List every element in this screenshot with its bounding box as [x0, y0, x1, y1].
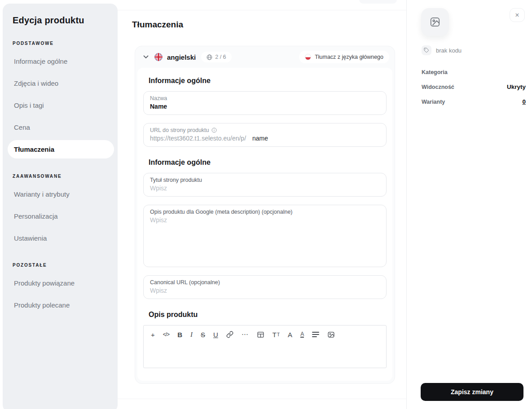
- bottom-divider: [118, 399, 406, 399]
- language-name: angielski: [167, 53, 196, 61]
- canonical-url-field[interactable]: Canonical URL (opcjonalne) Wpisz: [143, 275, 387, 299]
- general-info-heading-1: Informacje ogólne: [149, 77, 387, 85]
- page-title-field-placeholder: Wpisz: [150, 185, 380, 192]
- visibility-value: Ukryty: [507, 84, 526, 90]
- product-code-status: brak kodu: [422, 45, 462, 55]
- rich-text-editor[interactable]: + </> B I S U ⋯ TT A: [143, 325, 387, 368]
- bold-icon[interactable]: B: [177, 330, 182, 339]
- meta-description-field-label: Opis produktu dla Google (meta descripti…: [150, 209, 380, 215]
- translate-button-label: Tłumacz z języka głównego: [315, 54, 383, 60]
- link-icon[interactable]: [226, 330, 233, 339]
- name-field-value: Name: [150, 103, 380, 110]
- canonical-url-field-placeholder: Wpisz: [150, 287, 380, 294]
- product-thumbnail-placeholder[interactable]: [421, 8, 449, 36]
- sidebar-section-pozostale: POZOSTAŁE: [13, 263, 118, 268]
- poland-flag-icon: [305, 54, 311, 60]
- top-divider: [118, 10, 406, 10]
- sidebar-item-zdjecia-i-wideo[interactable]: Zdjęcia i wideo: [8, 74, 114, 92]
- translation-progress-badge: 2 / 6: [201, 52, 231, 62]
- product-url-field[interactable]: URL do strony produktu https://test3602.…: [143, 123, 387, 147]
- language-card: angielski 2 / 6 Tł: [135, 46, 395, 384]
- canonical-url-field-label: Canonical URL (opcjonalne): [150, 279, 380, 286]
- section-title: Tłumaczenia: [132, 20, 183, 30]
- visibility-label: Widoczność: [422, 84, 454, 90]
- meta-description-field[interactable]: Opis produktu dla Google (meta descripti…: [143, 205, 387, 267]
- scrolled-button-remnant: [359, 0, 397, 4]
- editor-toolbar: + </> B I S U ⋯ TT A: [144, 325, 386, 339]
- font-family-icon[interactable]: A: [288, 330, 292, 339]
- name-field[interactable]: Nazwa Name: [143, 91, 387, 115]
- main-content: Tłumaczenia angielski: [118, 0, 406, 409]
- close-panel-button[interactable]: ×: [510, 8, 525, 22]
- sidebar-section-podstawowe: PODSTAWOWE: [13, 41, 118, 46]
- sidebar-item-ustawienia[interactable]: Ustawienia: [8, 229, 114, 247]
- page-title-field[interactable]: Tytuł strony produktu Wpisz: [143, 173, 387, 197]
- name-field-label: Nazwa: [150, 95, 380, 101]
- page-title-field-label: Tytuł strony produktu: [150, 177, 380, 183]
- uk-flag-icon: [154, 53, 163, 61]
- product-info-rows: Kategoria Widoczność Ukryty Warianty 0: [422, 65, 526, 109]
- visibility-row: Widoczność Ukryty: [422, 79, 526, 94]
- variants-label: Warianty: [422, 99, 445, 105]
- globe-icon: [207, 54, 212, 60]
- description-heading: Opis produktu: [149, 311, 387, 319]
- sidebar-section-zaawansowane: ZAAWANSOWANE: [13, 174, 118, 179]
- variants-row: Warianty 0: [422, 94, 526, 109]
- underline-icon[interactable]: U: [213, 330, 218, 339]
- strikethrough-icon[interactable]: S: [201, 330, 205, 339]
- product-url-field-label: URL do strony produktu: [150, 127, 380, 133]
- italic-icon[interactable]: I: [190, 330, 193, 339]
- text-color-icon[interactable]: A: [300, 331, 304, 338]
- sidebar-item-cena[interactable]: Cena: [8, 118, 114, 136]
- meta-description-field-placeholder: Wpisz: [150, 216, 380, 224]
- code-status-text: brak kodu: [436, 47, 462, 54]
- sidebar-item-produkty-polecane[interactable]: Produkty polecane: [8, 296, 114, 314]
- sidebar-item-informacje-ogolne[interactable]: Informacje ogólne: [8, 52, 114, 70]
- insert-block-icon[interactable]: +: [151, 330, 155, 339]
- sidebar-item-tlumaczenia[interactable]: Tłumaczenia: [8, 140, 114, 158]
- product-url-slug: name: [252, 135, 268, 142]
- product-url-field-value: https://test3602.t1.selesto.eu/en/p/name: [150, 135, 380, 142]
- category-row: Kategoria: [422, 65, 526, 79]
- category-label: Kategoria: [422, 69, 448, 75]
- sidebar-item-personalizacja[interactable]: Personalizacja: [8, 207, 114, 225]
- text-size-icon[interactable]: TT: [273, 330, 280, 339]
- table-icon[interactable]: [257, 330, 264, 339]
- save-changes-button[interactable]: Zapisz zmiany: [421, 383, 523, 401]
- language-card-header[interactable]: angielski 2 / 6 Tł: [135, 46, 395, 68]
- close-icon: ×: [515, 11, 519, 19]
- image-placeholder-icon: [429, 16, 441, 28]
- more-options-icon[interactable]: ⋯: [242, 330, 249, 339]
- page-title: Edycja produktu: [3, 15, 118, 26]
- language-card-body: Informacje ogólne Nazwa Name URL do stro…: [137, 68, 392, 381]
- sidebar-item-produkty-powiazane[interactable]: Produkty powiązane: [8, 274, 114, 292]
- variants-count-link[interactable]: 0: [522, 98, 526, 105]
- align-icon[interactable]: [312, 330, 319, 339]
- product-summary-panel: × brak kodu Kategoria Widoczność Ukryty …: [406, 0, 532, 409]
- translate-from-main-language-button[interactable]: Tłumacz z języka głównego: [299, 51, 389, 63]
- sidebar: Edycja produktu PODSTAWOWE Informacje og…: [3, 4, 118, 409]
- chevron-down-icon[interactable]: [143, 55, 149, 59]
- sidebar-item-opis-i-tagi[interactable]: Opis i tagi: [8, 96, 114, 114]
- general-info-heading-2: Informacje ogólne: [149, 158, 387, 167]
- info-icon: [211, 128, 217, 133]
- sidebar-item-warianty-i-atrybuty[interactable]: Warianty i atrybuty: [8, 185, 114, 203]
- insert-image-icon[interactable]: [327, 330, 335, 339]
- tag-icon: [422, 45, 431, 55]
- translation-progress-text: 2 / 6: [215, 54, 226, 60]
- code-view-icon[interactable]: </>: [163, 330, 169, 339]
- product-url-prefix: https://test3602.t1.selesto.eu/en/p/: [150, 135, 246, 142]
